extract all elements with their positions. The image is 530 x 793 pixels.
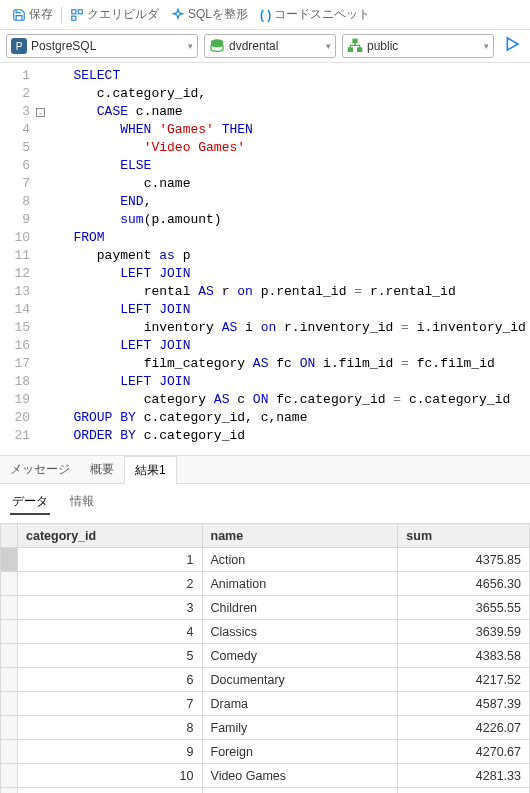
tab-messages[interactable]: メッセージ <box>0 456 80 483</box>
svg-rect-2 <box>72 16 76 20</box>
cell-category-id[interactable]: 7 <box>18 692 203 716</box>
fold-gutter: - <box>36 67 50 445</box>
cell-name[interactable]: Comedy <box>202 644 398 668</box>
table-row[interactable]: 3Children3655.55 <box>1 596 530 620</box>
table-row[interactable]: 9Foreign4270.67 <box>1 740 530 764</box>
cell-sum[interactable]: 4226.07 <box>398 716 530 740</box>
subtab-data[interactable]: データ <box>10 490 50 515</box>
cell-sum[interactable]: 3655.55 <box>398 596 530 620</box>
cell-category-id[interactable]: 2 <box>18 572 203 596</box>
format-sql-button[interactable]: SQLを整形 <box>165 4 254 25</box>
connection-bar: P PostgreSQL ▾ dvdrental ▾ public ▾ <box>0 30 530 63</box>
table-row[interactable]: 1Action4375.85 <box>1 548 530 572</box>
cell-name[interactable]: Video Games <box>202 764 398 788</box>
cell-name[interactable]: Animation <box>202 572 398 596</box>
query-builder-icon <box>70 8 84 22</box>
cell-sum[interactable]: 4217.52 <box>398 668 530 692</box>
svg-rect-0 <box>72 9 76 13</box>
cell-name[interactable]: Classics <box>202 620 398 644</box>
subtab-info[interactable]: 情報 <box>68 490 96 515</box>
code-area[interactable]: SELECT c.category_id, CASE c.name WHEN '… <box>50 67 530 445</box>
play-icon <box>504 36 520 52</box>
cell-category-id[interactable]: 9 <box>18 740 203 764</box>
row-handle[interactable] <box>1 692 18 716</box>
row-handle[interactable] <box>1 548 18 572</box>
cell-category-id[interactable]: 1 <box>18 548 203 572</box>
result-tabs: メッセージ 概要 結果1 <box>0 455 530 484</box>
row-handle[interactable] <box>1 644 18 668</box>
run-button[interactable] <box>500 36 524 56</box>
header-row: category_id name sum <box>1 524 530 548</box>
cell-sum[interactable]: 4383.58 <box>398 644 530 668</box>
table-row[interactable]: 7Drama4587.39 <box>1 692 530 716</box>
cell-sum[interactable]: 3722.54 <box>398 788 530 794</box>
cell-name[interactable]: Foreign <box>202 740 398 764</box>
cell-category-id[interactable]: 11 <box>18 788 203 794</box>
cell-category-id[interactable]: 10 <box>18 764 203 788</box>
cell-category-id[interactable]: 6 <box>18 668 203 692</box>
table-row[interactable]: 2Animation4656.30 <box>1 572 530 596</box>
cell-category-id[interactable]: 5 <box>18 644 203 668</box>
query-builder-button[interactable]: クエリビルダ <box>64 4 165 25</box>
table-row[interactable]: 8Family4226.07 <box>1 716 530 740</box>
col-sum[interactable]: sum <box>398 524 530 548</box>
cell-category-id[interactable]: 8 <box>18 716 203 740</box>
database-dropdown[interactable]: dvdrental ▾ <box>204 34 336 58</box>
cell-name[interactable]: Children <box>202 596 398 620</box>
save-label: 保存 <box>29 6 53 23</box>
driver-dropdown[interactable]: P PostgreSQL ▾ <box>6 34 198 58</box>
sql-editor[interactable]: 123456789101112131415161718192021 - SELE… <box>0 63 530 455</box>
table-row[interactable]: 5Comedy4383.58 <box>1 644 530 668</box>
cell-name[interactable]: Family <box>202 716 398 740</box>
sparkle-icon <box>171 8 185 22</box>
line-gutter: 123456789101112131415161718192021 <box>0 67 36 445</box>
schema-dropdown[interactable]: public ▾ <box>342 34 494 58</box>
tab-summary[interactable]: 概要 <box>80 456 124 483</box>
svg-rect-1 <box>78 9 82 13</box>
svg-rect-7 <box>348 48 352 51</box>
cell-sum[interactable]: 4281.33 <box>398 764 530 788</box>
cell-name[interactable]: Action <box>202 548 398 572</box>
table-row[interactable]: 6Documentary4217.52 <box>1 668 530 692</box>
table-row[interactable]: 11Horror3722.54 <box>1 788 530 794</box>
cell-name[interactable]: Drama <box>202 692 398 716</box>
row-handle[interactable] <box>1 764 18 788</box>
cell-sum[interactable]: 4375.85 <box>398 548 530 572</box>
cell-category-id[interactable]: 4 <box>18 620 203 644</box>
svg-marker-9 <box>507 38 518 50</box>
cell-name[interactable]: Horror <box>202 788 398 794</box>
chevron-down-icon: ▾ <box>188 41 193 51</box>
toolbar: 保存 クエリビルダ SQLを整形 ( ) コードスニペット <box>0 0 530 30</box>
table-row[interactable]: 10Video Games4281.33 <box>1 764 530 788</box>
table-row[interactable]: 4Classics3639.59 <box>1 620 530 644</box>
save-icon <box>12 8 26 22</box>
save-button[interactable]: 保存 <box>6 4 59 25</box>
row-handle[interactable] <box>1 740 18 764</box>
result-grid: category_id name sum 1Action4375.852Anim… <box>0 523 530 793</box>
separator <box>61 7 62 23</box>
svg-rect-8 <box>358 48 362 51</box>
row-handle[interactable] <box>1 788 18 794</box>
col-name[interactable]: name <box>202 524 398 548</box>
query-builder-label: クエリビルダ <box>87 6 159 23</box>
fold-toggle[interactable]: - <box>36 108 45 117</box>
cell-sum[interactable]: 4270.67 <box>398 740 530 764</box>
col-category-id[interactable]: category_id <box>18 524 203 548</box>
cell-category-id[interactable]: 3 <box>18 596 203 620</box>
cell-sum[interactable]: 3639.59 <box>398 620 530 644</box>
tab-result1[interactable]: 結果1 <box>124 456 177 484</box>
row-handle[interactable] <box>1 668 18 692</box>
database-label: dvdrental <box>229 39 322 53</box>
cell-sum[interactable]: 4656.30 <box>398 572 530 596</box>
row-handle[interactable] <box>1 620 18 644</box>
cell-name[interactable]: Documentary <box>202 668 398 692</box>
driver-label: PostgreSQL <box>31 39 184 53</box>
database-icon <box>209 38 225 54</box>
row-handle[interactable] <box>1 716 18 740</box>
parentheses-icon: ( ) <box>260 8 271 22</box>
row-handle[interactable] <box>1 596 18 620</box>
code-snippet-button[interactable]: ( ) コードスニペット <box>254 4 376 25</box>
row-handle[interactable] <box>1 572 18 596</box>
cell-sum[interactable]: 4587.39 <box>398 692 530 716</box>
row-header-corner <box>1 524 18 548</box>
